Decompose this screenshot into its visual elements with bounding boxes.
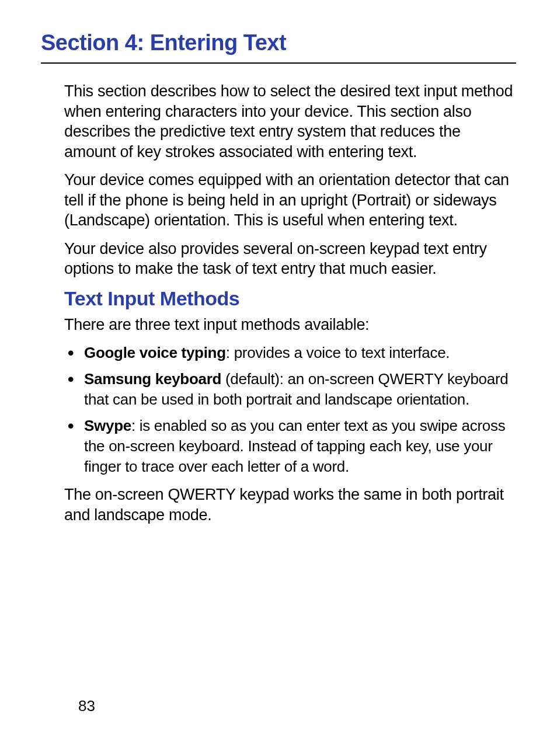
paragraph-closing: The on-screen QWERTY keypad works the sa… [64,485,516,525]
list-item-bold: Swype [84,417,131,434]
paragraph-methods-intro: There are three text input methods avail… [64,315,516,335]
paragraph-intro-3: Your device also provides several on-scr… [64,239,516,279]
list-item-bold: Google voice typing [84,344,226,361]
list-item-rest: : provides a voice to text interface. [226,344,450,361]
list-item: Swype: is enabled so as you can enter te… [64,416,516,476]
paragraph-intro-2: Your device comes equipped with an orien… [64,170,516,231]
title-rule [41,62,516,64]
page-number: 83 [78,697,95,715]
list-item: Google voice typing: provides a voice to… [64,343,516,363]
list-item: Samsung keyboard (default): an on-screen… [64,369,516,410]
list-item-rest: : is enabled so as you can enter text as… [84,417,505,475]
section-title: Section 4: Entering Text [41,30,516,55]
bullet-list-methods: Google voice typing: provides a voice to… [64,343,516,476]
list-item-bold: Samsung keyboard [84,370,221,388]
paragraph-intro-1: This section describes how to select the… [64,81,516,162]
sub-heading-text-input-methods: Text Input Methods [64,287,516,310]
